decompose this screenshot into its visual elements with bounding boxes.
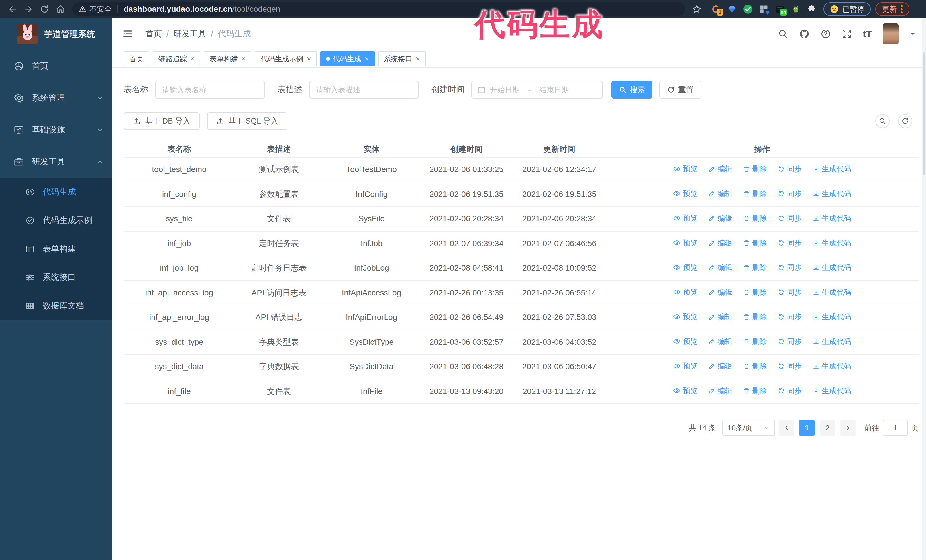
home-icon[interactable] [53,1,68,17]
edit-link[interactable]: 编辑 [708,237,732,249]
sync-link[interactable]: 同步 [778,163,802,175]
sidebar-item-form-builder[interactable]: 表单构建 [0,235,112,263]
generate-code-link[interactable]: 生成代码 [813,361,851,372]
tab-trace[interactable]: 链路追踪× [153,51,200,66]
generate-code-link[interactable]: 生成代码 [813,262,851,273]
tab-codegen-example[interactable]: 代码生成示例× [255,51,316,66]
delete-link[interactable]: 删除 [743,237,767,249]
extension-dark-icon[interactable]: on [773,3,787,16]
edit-link[interactable]: 编辑 [708,311,732,323]
prev-page-button[interactable] [779,420,794,436]
sidebar-item-codegen-example[interactable]: 代码生成示例 [0,206,112,235]
generate-code-link[interactable]: 生成代码 [813,237,851,249]
edit-link[interactable]: 编辑 [708,262,732,273]
edit-link[interactable]: 编辑 [708,287,732,298]
app-logo-row[interactable]: 芋道管理系统 [0,18,112,50]
edit-link[interactable]: 编辑 [708,385,732,397]
preview-link[interactable]: 预览 [673,287,698,298]
sync-link[interactable]: 同步 [778,188,802,199]
edit-link[interactable]: 编辑 [708,213,732,224]
extensions-puzzle-icon[interactable] [805,3,818,16]
extension-gem-icon[interactable] [725,3,738,16]
preview-link[interactable]: 预览 [673,360,698,371]
search-icon[interactable] [778,29,788,39]
import-sql-button[interactable]: 基于 SQL 导入 [207,112,287,130]
back-icon[interactable] [5,1,21,17]
help-icon[interactable] [820,29,831,39]
extension-grid-icon[interactable] [757,3,770,16]
close-icon[interactable]: × [416,55,420,62]
preview-link[interactable]: 预览 [673,237,698,248]
sync-link[interactable]: 同步 [778,311,802,323]
import-db-button[interactable]: 基于 DB 导入 [124,112,200,130]
generate-code-link[interactable]: 生成代码 [813,163,851,175]
delete-link[interactable]: 删除 [743,336,767,347]
page-button-2[interactable]: 2 [820,420,835,436]
scrollbar-thumb[interactable] [923,53,925,175]
close-icon[interactable]: × [307,55,311,62]
edit-link[interactable]: 编辑 [708,361,732,372]
sidebar-item-db-doc[interactable]: 数据库文档 [0,292,112,320]
breadcrumb-devtools[interactable]: 研发工具 [173,28,206,39]
profile-paused-badge[interactable]: 已暂停 [823,2,871,16]
extension-robot-icon[interactable] [789,3,802,16]
caret-down-icon[interactable] [909,30,916,37]
avatar[interactable] [883,23,899,44]
preview-link[interactable]: 预览 [673,163,698,174]
reload-icon[interactable] [36,1,53,17]
tab-form-builder[interactable]: 表单构建× [204,51,251,66]
date-range-picker[interactable]: 开始日期 - 结束日期 [471,81,603,98]
sidebar-item-infra[interactable]: 基础设施 [0,114,112,146]
delete-link[interactable]: 删除 [743,213,767,224]
sidebar-collapse-icon[interactable] [122,28,133,39]
goto-page-input[interactable] [883,420,908,436]
preview-link[interactable]: 预览 [673,311,698,322]
preview-link[interactable]: 预览 [673,262,698,273]
tab-home[interactable]: 首页 [124,51,149,66]
delete-link[interactable]: 删除 [743,262,767,273]
generate-code-link[interactable]: 生成代码 [813,336,851,347]
generate-code-link[interactable]: 生成代码 [813,188,851,199]
bookmark-star-icon[interactable] [689,1,705,17]
toggle-search-button[interactable] [875,114,890,128]
edit-link[interactable]: 编辑 [708,163,732,175]
table-desc-input[interactable] [309,81,419,98]
font-size-icon[interactable]: tT [863,29,872,39]
delete-link[interactable]: 删除 [743,361,767,372]
browser-menu-icon[interactable] [901,5,903,13]
close-icon[interactable]: × [190,55,195,62]
sidebar-item-home[interactable]: 首页 [0,50,112,82]
sync-link[interactable]: 同步 [778,361,802,372]
table-name-input[interactable] [155,81,265,98]
refresh-table-button[interactable] [898,114,912,128]
edit-link[interactable]: 编辑 [708,188,732,199]
page-scrollbar[interactable] [922,18,926,560]
extension-check-icon[interactable] [741,3,755,16]
search-button[interactable]: 搜索 [611,81,652,98]
delete-link[interactable]: 删除 [743,385,767,397]
breadcrumb-home[interactable]: 首页 [145,28,162,39]
sync-link[interactable]: 同步 [778,237,802,249]
close-icon[interactable]: × [365,55,369,62]
sidebar-item-codegen[interactable]: 代码生成 [0,178,112,206]
delete-link[interactable]: 删除 [743,287,767,298]
forward-icon[interactable] [21,1,36,17]
delete-link[interactable]: 删除 [743,188,767,199]
update-button[interactable]: 更新 [875,2,909,16]
generate-code-link[interactable]: 生成代码 [813,287,851,298]
sync-link[interactable]: 同步 [778,287,802,298]
preview-link[interactable]: 预览 [673,188,698,199]
preview-link[interactable]: 预览 [673,385,698,396]
close-icon[interactable]: × [241,55,246,62]
sync-link[interactable]: 同步 [778,336,802,347]
tab-codegen[interactable]: 代码生成× [320,51,375,66]
delete-link[interactable]: 删除 [743,163,767,175]
generate-code-link[interactable]: 生成代码 [813,385,851,397]
page-size-select[interactable]: 10条/页 [722,420,775,436]
delete-link[interactable]: 删除 [743,311,767,323]
github-icon[interactable] [799,29,810,39]
next-page-button[interactable] [840,420,856,436]
extension-orange-icon[interactable]: 1 [710,3,723,16]
preview-link[interactable]: 预览 [673,336,698,347]
sidebar-item-devtools[interactable]: 研发工具 [0,146,112,178]
